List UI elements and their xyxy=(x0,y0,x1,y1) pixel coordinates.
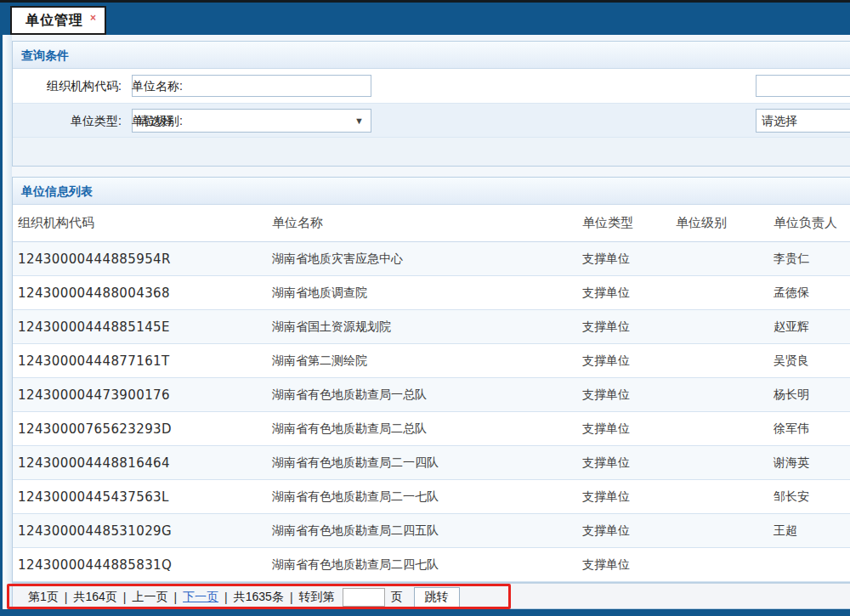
cell-type: 支撑单位 xyxy=(570,285,664,301)
unit-level-value: 请选择 xyxy=(762,114,797,127)
table-row[interactable]: 12430000444885954R 湖南省地质灾害应急中心 支撑单位 李贵仁 xyxy=(13,242,850,276)
goto-page-input[interactable] xyxy=(343,588,385,607)
total-records-label: 共1635条 xyxy=(234,590,284,605)
tab-title: 单位管理 xyxy=(26,12,83,30)
pagination-bar: 第1页 | 共164页 | 上一页 | 下一页 | 共1635条 | 转到第 页… xyxy=(12,583,850,609)
cell-type: 支撑单位 xyxy=(570,489,664,505)
cell-name: 湖南省有色地质勘查局二一七队 xyxy=(272,489,570,505)
cell-person: 赵亚辉 xyxy=(762,319,850,335)
total-pages-label: 共164页 xyxy=(73,590,116,605)
col-header-type: 单位类型 xyxy=(570,215,664,231)
table-row[interactable]: 124300004488004368 湖南省地质调查院 支撑单位 孟德保 xyxy=(13,276,850,310)
query-panel: 查询条件 组织机构代码: 单位名称: 单位类型: 请选择 ▼ 单位级别: 请选择 xyxy=(12,41,850,167)
form-row-1: 组织机构代码: 单位名称: xyxy=(13,69,850,103)
cell-code: 12430000445437563L xyxy=(13,489,272,505)
table-row[interactable]: 124300004473900176 湖南省有色地质勘查局一总队 支撑单位 杨长… xyxy=(13,378,850,412)
pagination-controls: 第1页 | 共164页 | 上一页 | 下一页 | 共1635条 | 转到第 页… xyxy=(28,584,460,610)
cell-name: 湖南省有色地质勘查局二四七队 xyxy=(272,557,570,573)
cell-type: 支撑单位 xyxy=(570,557,664,573)
cell-code: 12430000444885145E xyxy=(13,319,272,335)
list-panel: 单位信息列表 组织机构代码 单位名称 单位类型 单位级别 单位负责人 12430… xyxy=(12,177,850,583)
goto-prefix-label: 转到第 xyxy=(299,590,335,605)
cell-person: 谢海英 xyxy=(762,455,850,471)
jump-button[interactable]: 跳转 xyxy=(414,587,460,608)
separator: | xyxy=(65,591,68,604)
col-header-name: 单位名称 xyxy=(272,215,570,231)
next-page-link[interactable]: 下一页 xyxy=(183,590,218,605)
cell-type: 支撑单位 xyxy=(570,455,664,471)
unit-name-label: 单位名称: xyxy=(13,69,183,103)
prev-page-link[interactable]: 上一页 xyxy=(132,590,167,605)
cell-person: 李贵仁 xyxy=(762,251,850,267)
tab-bar: 单位管理 × xyxy=(0,3,850,35)
cell-type: 支撑单位 xyxy=(570,251,664,267)
table-header-row: 组织机构代码 单位名称 单位类型 单位级别 单位负责人 xyxy=(13,205,850,242)
list-panel-title: 单位信息列表 xyxy=(21,184,93,198)
left-soft-strip xyxy=(3,35,12,609)
col-header-level: 单位级别 xyxy=(664,215,762,231)
cell-code: 124300004448816464 xyxy=(13,455,272,471)
unit-name-input[interactable] xyxy=(756,75,850,97)
app-window: 单位管理 × 查询条件 组织机构代码: 单位名称: 单位类型: 请选择 ▼ 单位… xyxy=(0,0,850,616)
cell-name: 湖南省国土资源规划院 xyxy=(272,319,570,335)
cell-name: 湖南省有色地质勘查局二四五队 xyxy=(272,523,570,539)
col-header-code: 组织机构代码 xyxy=(13,215,272,231)
cell-code: 12430000444885831Q xyxy=(13,557,272,573)
cell-type: 支撑单位 xyxy=(570,319,664,335)
table-row[interactable]: 12430000444877161T 湖南省第二测绘院 支撑单位 吴贤良 xyxy=(13,344,850,378)
cell-type: 支撑单位 xyxy=(570,353,664,369)
separator: | xyxy=(123,591,127,604)
cell-person: 徐军伟 xyxy=(762,421,850,437)
table-row[interactable]: 124300004448816464 湖南省有色地质勘查局二一四队 支撑单位 谢… xyxy=(13,446,850,480)
tab-unit-management[interactable]: 单位管理 × xyxy=(10,6,106,35)
list-panel-header: 单位信息列表 xyxy=(13,178,850,205)
cell-code: 12430000444885954R xyxy=(13,251,272,267)
chevron-down-icon: ▼ xyxy=(354,110,364,132)
cell-type: 支撑单位 xyxy=(570,523,664,539)
cell-person: 邹长安 xyxy=(762,489,850,505)
cell-code: 12430000444877161T xyxy=(13,353,272,369)
unit-level-label: 单位级别: xyxy=(13,104,183,138)
cell-person: 吴贤良 xyxy=(762,353,850,369)
form-row-2: 单位类型: 请选择 ▼ 单位级别: 请选择 xyxy=(13,103,850,137)
cell-name: 湖南省地质灾害应急中心 xyxy=(272,251,570,267)
cell-code: 12430000765623293D xyxy=(13,421,272,437)
unit-level-select[interactable]: 请选择 xyxy=(756,109,850,133)
current-page-label: 第1页 xyxy=(28,590,59,605)
cell-person: 孟德保 xyxy=(762,285,850,301)
cell-type: 支撑单位 xyxy=(570,387,664,403)
query-panel-header: 查询条件 xyxy=(13,42,850,69)
goto-suffix-label: 页 xyxy=(391,590,403,605)
table-row[interactable]: 12430000448531029G 湖南省有色地质勘查局二四五队 支撑单位 王… xyxy=(13,514,850,548)
table-row[interactable]: 12430000444885831Q 湖南省有色地质勘查局二四七队 支撑单位 xyxy=(13,548,850,582)
separator: | xyxy=(173,591,177,604)
cell-person: 杨长明 xyxy=(762,387,850,403)
cell-name: 湖南省有色地质勘查局一总队 xyxy=(272,387,570,403)
close-icon[interactable]: × xyxy=(90,12,96,24)
query-panel-footer xyxy=(13,137,850,166)
query-panel-title: 查询条件 xyxy=(21,48,69,62)
table-row[interactable]: 12430000765623293D 湖南省有色地质勘查局二总队 支撑单位 徐军… xyxy=(13,412,850,446)
col-header-person: 单位负责人 xyxy=(762,215,850,231)
cell-name: 湖南省第二测绘院 xyxy=(272,353,570,369)
bottom-edge-strip xyxy=(0,609,850,616)
separator: | xyxy=(224,591,228,604)
cell-person: 王超 xyxy=(762,523,850,539)
cell-code: 12430000448531029G xyxy=(13,523,272,539)
separator: | xyxy=(290,591,293,604)
cell-code: 124300004473900176 xyxy=(13,387,272,403)
cell-name: 湖南省有色地质勘查局二总队 xyxy=(272,421,570,437)
cell-name: 湖南省有色地质勘查局二一四队 xyxy=(272,455,570,471)
table-row[interactable]: 12430000445437563L 湖南省有色地质勘查局二一七队 支撑单位 邹… xyxy=(13,480,850,514)
cell-code: 124300004488004368 xyxy=(13,285,272,301)
cell-name: 湖南省地质调查院 xyxy=(272,285,570,301)
table-row[interactable]: 12430000444885145E 湖南省国土资源规划院 支撑单位 赵亚辉 xyxy=(13,310,850,344)
cell-type: 支撑单位 xyxy=(570,421,664,437)
